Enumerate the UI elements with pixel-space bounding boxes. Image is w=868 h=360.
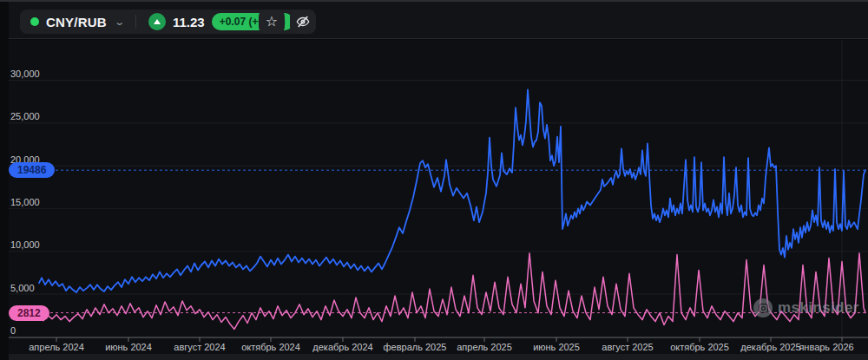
chart-canvas[interactable]	[0, 0, 868, 360]
app-window: CNY/RUB ⌄ 11.23 +0.07 (+0.6%) ☆ 05,00010…	[0, 0, 868, 360]
bottom-strip	[9, 354, 868, 360]
